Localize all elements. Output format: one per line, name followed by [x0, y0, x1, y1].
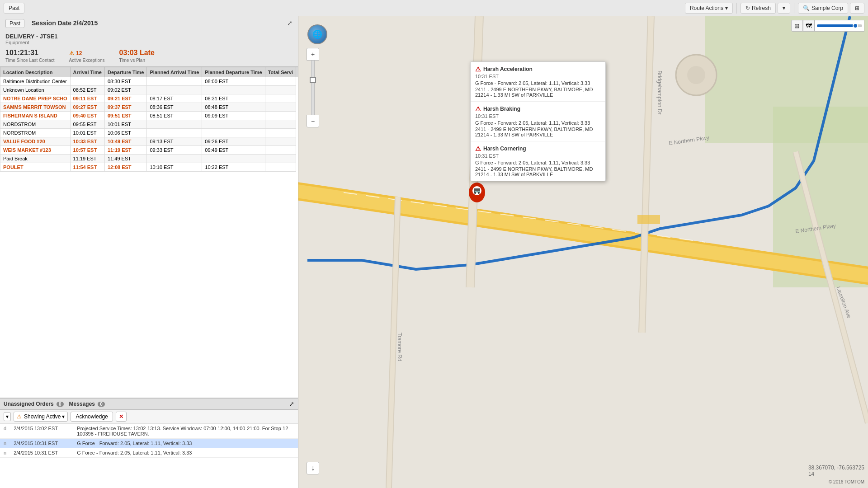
popup-event-time: 10:31 EST — [475, 74, 601, 79]
map-coordinates: 38.367070, -76.563725 14 — [808, 465, 864, 477]
col-location: Location Description — [0, 67, 71, 77]
dropdown-chevron-icon: ▾ — [62, 413, 65, 420]
time-since-contact-stat: 101:21:31 Time Since Last Contact — [5, 49, 55, 63]
active-exceptions-label: Active Exceptions — [69, 58, 105, 63]
svg-point-21 — [687, 66, 705, 84]
col-total-service: Total Servi — [265, 67, 296, 77]
table-row[interactable]: Paid Break 11:19 EST 11:49 EST — [0, 155, 298, 163]
time-since-contact-label: Time Since Last Contact — [5, 58, 55, 63]
zoom-slider[interactable] — [311, 61, 315, 115]
past-tab-button[interactable]: Past — [5, 19, 24, 28]
cell-departure: 12:08 EST — [104, 163, 147, 172]
acknowledge-button[interactable]: Acknowledge — [71, 412, 113, 422]
expand-icon[interactable]: ⤢ — [287, 19, 292, 27]
zoom-controls: + − — [307, 48, 319, 127]
exceptions-toolbar: ▾ ⚠ Showing Active ▾ Acknowledge ✕ — [0, 410, 298, 424]
company-button[interactable]: 🔍 Sample Corp — [798, 3, 848, 14]
clear-filter-button[interactable]: ✕ — [116, 412, 127, 422]
cell-location: NOTRE DAME PREP SCHO — [0, 94, 71, 103]
cell-location: Paid Break — [0, 155, 71, 163]
cell-arrival: 10:33 EST — [70, 137, 104, 146]
toolbar: Past Route Actions ▾ ↻ Refresh ▾ 🔍 Sampl… — [0, 0, 868, 16]
exception-row[interactable]: n 2/4/2015 10:31 EST G Force - Forward: … — [0, 439, 298, 448]
exception-row[interactable]: n 2/4/2015 10:31 EST G Force - Forward: … — [0, 448, 298, 458]
popup-event-item: ⚠ Harsh Acceleration 10:31 EST G Force -… — [471, 62, 605, 102]
col-expand[interactable]: ▶ — [296, 67, 298, 77]
cell-location: SAMMS MERRIT TOWSON — [0, 103, 71, 112]
error-icon: ⚠ — [475, 105, 481, 113]
refresh-label: Refresh — [752, 5, 771, 11]
map-compass[interactable]: 🌐 — [307, 24, 327, 44]
map-area[interactable]: E Northern Pkwy E Northern Pkwy Bridgeha… — [298, 16, 868, 488]
exceptions-table-container: d 2/4/2015 13:02 EST Projected Service T… — [0, 424, 298, 488]
equipment-label: Equipment — [5, 40, 292, 45]
refresh-icon: ↻ — [745, 5, 750, 11]
table-row[interactable]: POULET 11:54 EST 12:08 EST 10:10 EST 10:… — [0, 163, 298, 172]
table-row[interactable]: Baltimore Distribution Center 08:30 EST … — [0, 77, 298, 86]
cell-arrival: 09:27 EST — [70, 103, 104, 112]
table-row[interactable]: NORDSTROM 10:01 EST 10:06 EST — [0, 129, 298, 137]
past-button[interactable]: Past — [4, 3, 24, 14]
popup-gforce: G Force - Forward: 2.05, Lateral: 1.11, … — [475, 160, 601, 165]
route-table-body: Baltimore Distribution Center 08:30 EST … — [0, 77, 298, 172]
past-label: Past — [9, 5, 19, 11]
popup-address: 2411 - 2499 E NORTHERN PKWY, BALTIMORE, … — [475, 127, 601, 137]
expand-bottom-panel-icon[interactable]: ⤢ — [289, 400, 294, 408]
cell-departure: 09:02 EST — [104, 86, 147, 94]
cell-planned-arrival — [147, 77, 202, 86]
route-table-container: Location Description Arrival Time Depart… — [0, 67, 298, 398]
time-since-contact-value: 101:21:31 — [5, 49, 55, 57]
search-icon: 🔍 — [803, 5, 810, 11]
grid-button[interactable]: ⊞ — [850, 3, 864, 14]
unassigned-orders-tab[interactable]: Unassigned Orders 0 — [4, 401, 64, 407]
cell-planned-departure: 09:49 EST — [202, 146, 265, 155]
table-row[interactable]: Unknown Location 08:52 EST 09:02 EST — [0, 86, 298, 94]
exception-row[interactable]: d 2/4/2015 13:02 EST Projected Service T… — [0, 424, 298, 439]
cell-arrival — [70, 77, 104, 86]
table-row[interactable]: NORDSTROM 09:55 EST 10:01 EST — [0, 120, 298, 129]
route-header: Past Session Date 2/4/2015 ⤢ DELIVERY - … — [0, 16, 298, 67]
cell-departure: 10:06 EST — [104, 129, 147, 137]
exceptions-table: d 2/4/2015 13:02 EST Projected Service T… — [0, 424, 298, 458]
time-vs-plan-value: 03:03 Late — [119, 49, 155, 57]
past-tab-label: Past — [9, 20, 20, 27]
route-actions-button[interactable]: Route Actions ▾ — [685, 3, 733, 14]
cell-total-service — [265, 163, 296, 172]
showing-active-dropdown[interactable]: ⚠ Showing Active ▾ — [14, 412, 68, 422]
messages-tab[interactable]: Messages 0 — [69, 401, 105, 407]
table-row[interactable]: SAMMS MERRIT TOWSON 09:27 EST 09:37 EST … — [0, 103, 298, 112]
map-type-button[interactable]: 🗺 — [803, 20, 815, 32]
table-row[interactable]: FISHERMAN S ISLAND 09:40 EST 09:51 EST 0… — [0, 112, 298, 120]
refresh-button[interactable]: ↻ Refresh — [741, 3, 776, 14]
popup-address: 2411 - 2499 E NORTHERN PKWY, BALTIMORE, … — [475, 87, 601, 98]
messages-badge: 0 — [98, 402, 105, 407]
layer-button[interactable]: ⊞ — [791, 20, 803, 32]
time-vs-plan-stat: 03:03 Late Time vs Plan — [119, 49, 155, 63]
cell-planned-departure — [202, 155, 265, 163]
bottom-panel: Unassigned Orders 0 Messages 0 ⤢ ▾ ⚠ Sho… — [0, 398, 298, 488]
filter-select[interactable]: ▾ — [4, 412, 11, 421]
chevron-down-icon: ▾ — [783, 5, 785, 11]
col-departure: Departure Time — [104, 67, 147, 77]
exception-description: Projected Service Times: 13:02-13:13. Se… — [73, 424, 298, 439]
exception-description: G Force - Forward: 2.05, Lateral: 1.11, … — [73, 439, 298, 448]
cell-arrival: 11:54 EST — [70, 163, 104, 172]
cell-planned-arrival — [147, 86, 202, 94]
cell-planned-departure — [202, 86, 265, 94]
zoom-in-button[interactable]: + — [307, 48, 319, 61]
cell-planned-departure: 08:48 EST — [202, 103, 265, 112]
refresh-dropdown-button[interactable]: ▾ — [778, 3, 790, 14]
table-row[interactable]: VALUE FOOD #20 10:33 EST 10:49 EST 09:13… — [0, 137, 298, 146]
popup-event-title: Harsh Braking — [483, 106, 520, 112]
exceptions-body: d 2/4/2015 13:02 EST Projected Service T… — [0, 424, 298, 458]
zoom-level-bar[interactable] — [815, 20, 864, 32]
zoom-out-button[interactable]: − — [307, 115, 319, 127]
table-row[interactable]: WEIS MARKET #123 10:57 EST 11:19 EST 09:… — [0, 146, 298, 155]
cell-planned-arrival: 09:13 EST — [147, 137, 202, 146]
col-arrival: Arrival Time — [70, 67, 104, 77]
table-row[interactable]: NOTRE DAME PREP SCHO 09:11 EST 09:21 EST… — [0, 94, 298, 103]
route-name: DELIVERY - JTSE1 — [5, 33, 292, 40]
exception-date: 2/4/2015 13:02 EST — [10, 424, 73, 439]
cell-planned-departure: 08:31 EST — [202, 94, 265, 103]
map-scroll-down-button[interactable]: ↓ — [307, 462, 319, 474]
